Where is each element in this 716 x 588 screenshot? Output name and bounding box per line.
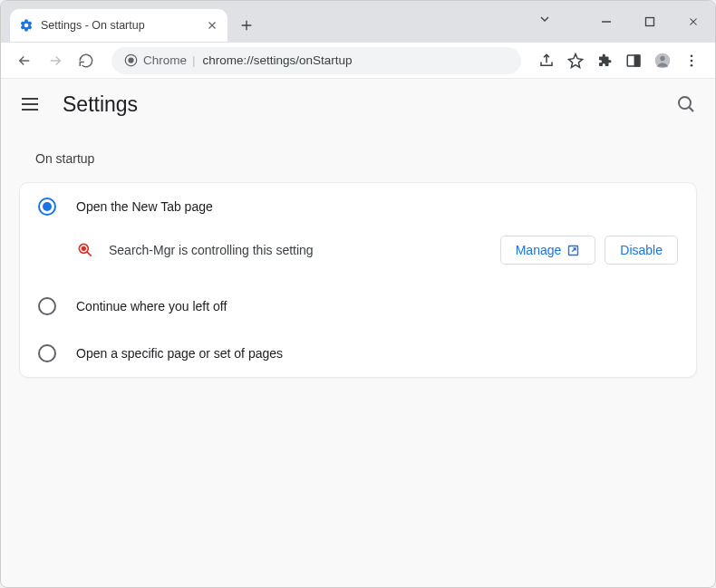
forward-button[interactable] bbox=[43, 48, 68, 73]
window-titlebar: Settings - On startup bbox=[1, 1, 715, 43]
radio-unselected[interactable] bbox=[38, 297, 56, 315]
option-label: Open a specific page or set of pages bbox=[76, 346, 283, 361]
back-button[interactable] bbox=[12, 48, 37, 73]
section-title: On startup bbox=[19, 151, 697, 166]
disable-button[interactable]: Disable bbox=[605, 236, 678, 265]
svg-point-8 bbox=[691, 59, 693, 62]
svg-point-7 bbox=[691, 54, 693, 57]
page-title: Settings bbox=[63, 92, 653, 117]
manage-button[interactable]: Manage bbox=[500, 236, 596, 265]
close-icon[interactable] bbox=[206, 19, 218, 32]
settings-header: Settings bbox=[1, 79, 715, 130]
star-icon[interactable] bbox=[563, 48, 588, 73]
reload-button[interactable] bbox=[73, 48, 99, 73]
svg-point-12 bbox=[82, 247, 86, 251]
radio-unselected[interactable] bbox=[38, 344, 56, 362]
url-bar: Chrome | chrome://settings/onStartup bbox=[1, 43, 715, 79]
svg-point-2 bbox=[129, 58, 133, 63]
browser-tab[interactable]: Settings - On startup bbox=[10, 9, 227, 42]
option-new-tab[interactable]: Open the New Tab page bbox=[20, 183, 696, 230]
share-icon[interactable] bbox=[534, 48, 559, 73]
magnify-warning-icon bbox=[76, 241, 94, 259]
sidepanel-icon[interactable] bbox=[621, 48, 646, 73]
svg-rect-0 bbox=[646, 18, 654, 26]
settings-content: On startup Open the New Tab page Search-… bbox=[1, 130, 715, 587]
option-label: Continue where you left off bbox=[76, 299, 227, 313]
scheme-label: Chrome bbox=[143, 53, 187, 67]
option-continue[interactable]: Continue where you left off bbox=[20, 283, 696, 330]
svg-point-6 bbox=[660, 55, 664, 60]
gear-icon bbox=[19, 18, 34, 33]
option-label: Open the New Tab page bbox=[76, 199, 213, 214]
profile-icon[interactable] bbox=[650, 48, 675, 73]
svg-rect-4 bbox=[635, 55, 640, 66]
startup-card: Open the New Tab page Search-Mgr is cont… bbox=[19, 182, 697, 378]
tab-title: Settings - On startup bbox=[41, 19, 198, 32]
close-window-button[interactable] bbox=[672, 1, 715, 43]
radio-selected[interactable] bbox=[38, 198, 56, 216]
address-path: chrome://settings/onStartup bbox=[203, 53, 353, 67]
window-controls bbox=[585, 1, 715, 43]
chevron-down-icon[interactable] bbox=[537, 12, 552, 26]
svg-point-9 bbox=[691, 63, 693, 66]
search-icon[interactable] bbox=[675, 93, 697, 115]
minimize-button[interactable] bbox=[585, 1, 628, 43]
menu-dots-icon[interactable] bbox=[679, 48, 704, 73]
svg-point-10 bbox=[679, 97, 691, 109]
extensions-icon[interactable] bbox=[592, 48, 617, 73]
new-tab-button[interactable] bbox=[233, 12, 260, 39]
extension-warning-row: Search-Mgr is controlling this setting M… bbox=[20, 230, 696, 283]
site-info-icon[interactable]: Chrome | bbox=[124, 53, 196, 67]
address-box[interactable]: Chrome | chrome://settings/onStartup bbox=[111, 47, 521, 74]
external-link-icon bbox=[566, 244, 580, 257]
option-specific-pages[interactable]: Open a specific page or set of pages bbox=[20, 330, 696, 377]
hamburger-icon[interactable] bbox=[19, 93, 41, 115]
warning-text: Search-Mgr is controlling this setting bbox=[109, 243, 486, 257]
maximize-button[interactable] bbox=[628, 1, 672, 43]
